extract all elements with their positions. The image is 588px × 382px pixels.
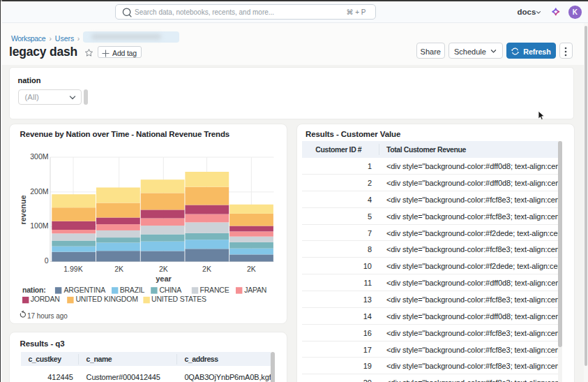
svg-text:UNITED STATES: UNITED STATES bbox=[151, 295, 206, 303]
svg-text:Revenue by Nation over Time -: Revenue by Nation over Time - National R… bbox=[20, 129, 230, 138]
svg-text:200M: 200M bbox=[30, 186, 48, 195]
svg-text:UNITED KINGDOM: UNITED KINGDOM bbox=[75, 295, 137, 303]
svg-text:300M: 300M bbox=[30, 152, 48, 160]
svg-text:2K: 2K bbox=[247, 265, 256, 273]
svg-text:ARGENTINA: ARGENTINA bbox=[64, 285, 106, 293]
svg-text:CHINA: CHINA bbox=[159, 285, 181, 293]
svg-text:year: year bbox=[156, 274, 172, 283]
svg-text:0: 0 bbox=[45, 256, 49, 265]
svg-text:BRAZIL: BRAZIL bbox=[120, 285, 145, 293]
svg-text:17 hours ago: 17 hours ago bbox=[27, 312, 68, 320]
svg-text:revenue: revenue bbox=[19, 195, 27, 224]
svg-text:1.99K: 1.99K bbox=[63, 265, 82, 273]
svg-text:2K: 2K bbox=[159, 265, 168, 273]
svg-text:nation:: nation: bbox=[22, 285, 46, 293]
svg-text:2K: 2K bbox=[202, 265, 211, 273]
svg-text:FRANCE: FRANCE bbox=[200, 285, 229, 293]
svg-text:JAPAN: JAPAN bbox=[244, 285, 266, 293]
svg-text:JORDAN: JORDAN bbox=[31, 295, 60, 303]
svg-text:100M: 100M bbox=[30, 221, 48, 230]
svg-text:2K: 2K bbox=[114, 265, 123, 273]
